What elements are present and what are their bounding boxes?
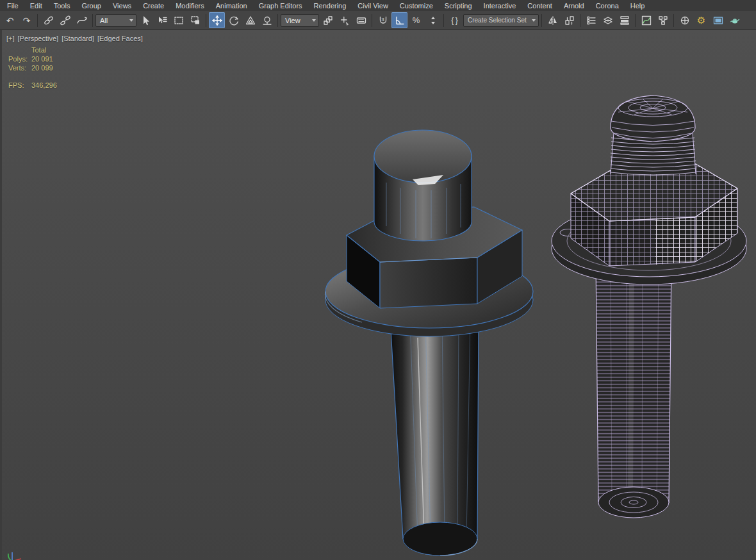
toggle-ribbon-button[interactable]	[616, 12, 632, 28]
menu-help[interactable]: Help	[625, 1, 651, 10]
menu-content[interactable]: Content	[522, 1, 558, 10]
select-by-name-icon	[156, 15, 168, 26]
menu-edit[interactable]: Edit	[24, 1, 48, 10]
window-crossing-icon	[190, 15, 201, 26]
menu-group[interactable]: Group	[76, 1, 107, 10]
bind-to-space-warp-button[interactable]	[74, 12, 90, 28]
select-and-link-button[interactable]	[40, 12, 56, 28]
select-and-scale-button[interactable]	[242, 12, 258, 28]
menu-modifiers[interactable]: Modifiers	[170, 1, 210, 10]
place-icon	[261, 15, 273, 26]
toolbar-separator	[580, 14, 580, 27]
toggle-layer-explorer-button[interactable]	[600, 12, 616, 28]
menu-animation[interactable]: Animation	[210, 1, 253, 10]
select-cursor-icon	[140, 15, 151, 26]
use-pivot-point-center-button[interactable]	[320, 12, 336, 28]
edit-named-selection-sets-button[interactable]: { }	[447, 12, 463, 28]
menu-rendering[interactable]: Rendering	[308, 1, 352, 10]
menu-arnold[interactable]: Arnold	[558, 1, 590, 10]
menu-file[interactable]: File	[1, 1, 24, 10]
toolbar-separator	[206, 14, 206, 27]
pivot-point-icon	[322, 15, 334, 26]
keyboard-shortcut-override-button[interactable]	[353, 12, 369, 28]
viewport-statistics: Total Polys: 20 091 Verts: 20 099 FPS: 3…	[8, 45, 57, 90]
render-production-button[interactable]	[727, 12, 743, 28]
select-and-move-button[interactable]	[209, 12, 225, 28]
toolbar-separator	[673, 14, 674, 27]
spinner-snap-icon	[427, 15, 439, 26]
3dsmax-window: File Edit Tools Group Views Create Modif…	[0, 0, 756, 560]
menu-bar: File Edit Tools Group Views Create Modif…	[0, 0, 756, 11]
percent-snap-icon: %	[413, 16, 420, 24]
reference-coordinate-system-dropdown[interactable]: View	[281, 14, 319, 27]
select-and-rotate-button[interactable]	[226, 12, 242, 28]
coordinate-system-value: View	[285, 17, 300, 24]
menu-scripting[interactable]: Scripting	[439, 1, 478, 10]
menu-customize[interactable]: Customize	[394, 1, 439, 10]
chevron-down-icon	[532, 19, 536, 22]
stats-fps-label: FPS:	[8, 81, 31, 90]
ribbon-icon	[619, 15, 630, 26]
toolbar-separator	[443, 14, 444, 27]
bolt-wireframe[interactable]	[552, 95, 746, 518]
rendered-frame-window-button[interactable]	[710, 12, 726, 28]
mirror-icon	[547, 15, 559, 26]
viewport-scene	[2, 30, 756, 560]
select-object-button[interactable]	[137, 12, 153, 28]
bolt-shaded[interactable]	[325, 130, 533, 556]
named-selection-sets-dropdown[interactable]: Create Selection Set	[463, 14, 539, 27]
material-editor-button[interactable]	[677, 12, 693, 28]
select-and-place-button[interactable]	[259, 12, 275, 28]
align-button[interactable]	[561, 12, 577, 28]
stats-polys-label: Polys:	[8, 54, 31, 63]
menu-views[interactable]: Views	[107, 1, 137, 10]
toolbar-separator	[541, 14, 542, 27]
align-icon	[564, 15, 575, 26]
layer-explorer-icon	[602, 15, 614, 26]
menu-graph-editors[interactable]: Graph Editors	[253, 1, 308, 10]
named-selection-sets-value: Create Selection Set	[468, 17, 527, 24]
menu-civil-view[interactable]: Civil View	[352, 1, 393, 10]
stats-gap	[8, 72, 57, 81]
toolbar-separator	[372, 14, 372, 27]
move-icon	[211, 15, 223, 26]
snaps-toggle-3d-button[interactable]: 3	[375, 12, 391, 28]
undo-button[interactable]: ↶	[2, 12, 18, 28]
main-toolbar: ↶ ↷ All View 3 % { }	[0, 11, 756, 30]
viewport[interactable]: [+] [Perspective] [Standard] [Edged Face…	[0, 30, 756, 560]
chevron-down-icon	[312, 19, 316, 22]
viewport-style-menu[interactable]: [Standard]	[62, 35, 94, 42]
mirror-button[interactable]	[545, 12, 561, 28]
rectangular-selection-region-button[interactable]	[170, 12, 186, 28]
selection-filter-dropdown[interactable]: All	[95, 14, 136, 27]
redo-icon: ↷	[23, 16, 31, 25]
menu-tools[interactable]: Tools	[48, 1, 76, 10]
menu-create[interactable]: Create	[137, 1, 170, 10]
selection-filter-value: All	[100, 17, 108, 24]
keyboard-icon	[356, 15, 367, 26]
viewport-label: [+] [Perspective] [Standard] [Edged Face…	[6, 35, 143, 42]
stats-polys-value: 20 091	[31, 54, 57, 63]
toggle-scene-explorer-button[interactable]	[583, 12, 599, 28]
redo-button[interactable]: ↷	[19, 12, 35, 28]
spinner-snap-toggle-button[interactable]	[425, 12, 441, 28]
select-by-name-button[interactable]	[154, 12, 170, 28]
menu-corona[interactable]: Corona	[590, 1, 625, 10]
selection-region-icon	[173, 15, 185, 26]
unlink-selection-button[interactable]	[57, 12, 73, 28]
window-crossing-button[interactable]	[187, 12, 203, 28]
viewport-general-menu[interactable]: [+]	[6, 35, 15, 42]
schematic-view-button[interactable]	[655, 12, 671, 28]
toolbar-separator	[635, 14, 636, 27]
viewport-pov-menu[interactable]: [Perspective]	[18, 35, 59, 42]
menu-interactive[interactable]: Interactive	[478, 1, 522, 10]
viewport-shading-menu[interactable]: [Edged Faces]	[97, 35, 143, 42]
chevron-down-icon	[129, 19, 133, 22]
percent-snap-toggle-button[interactable]: %	[408, 12, 424, 28]
render-setup-gear-icon: ⚙	[697, 15, 705, 25]
select-and-manipulate-button[interactable]	[336, 12, 352, 28]
manipulate-icon	[339, 15, 350, 26]
curve-editor-button[interactable]	[638, 12, 654, 28]
angle-snap-toggle-button[interactable]	[391, 12, 407, 28]
render-setup-button[interactable]: ⚙	[693, 12, 709, 28]
